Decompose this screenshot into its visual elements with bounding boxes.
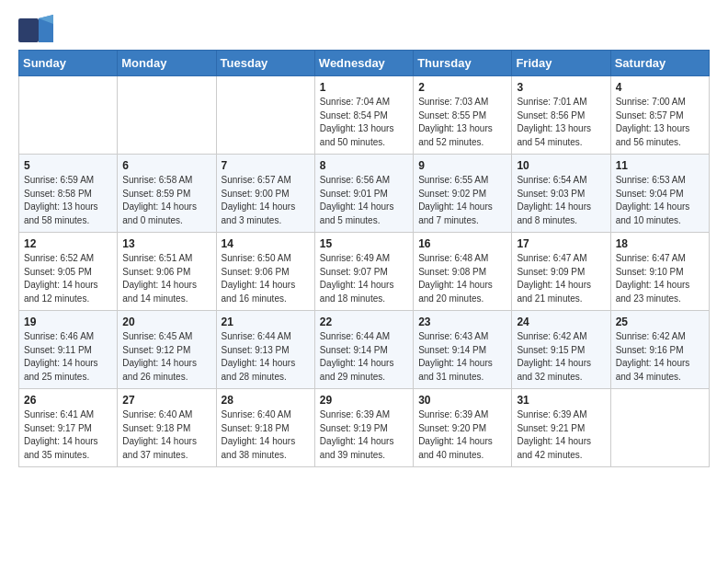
calendar-cell: 21Sunrise: 6:44 AMSunset: 9:13 PMDayligh… — [216, 311, 314, 389]
cell-info: Sunrise: 6:46 AMSunset: 9:11 PMDaylight:… — [24, 330, 112, 384]
calendar-cell: 15Sunrise: 6:49 AMSunset: 9:07 PMDayligh… — [314, 233, 413, 311]
calendar-cell: 17Sunrise: 6:47 AMSunset: 9:09 PMDayligh… — [512, 233, 610, 311]
calendar-cell: 22Sunrise: 6:44 AMSunset: 9:14 PMDayligh… — [314, 311, 413, 389]
calendar-cell — [216, 76, 314, 155]
calendar-cell — [118, 76, 216, 155]
cell-day-number: 8 — [320, 159, 408, 172]
cell-day-number: 17 — [517, 237, 605, 250]
calendar-cell: 2Sunrise: 7:03 AMSunset: 8:55 PMDaylight… — [414, 76, 512, 155]
cell-info: Sunrise: 6:45 AMSunset: 9:12 PMDaylight:… — [122, 330, 210, 384]
cell-day-number: 5 — [24, 159, 112, 172]
cell-day-number: 27 — [122, 394, 210, 407]
cell-day-number: 30 — [418, 394, 506, 407]
cell-day-number: 4 — [616, 81, 704, 94]
cell-info: Sunrise: 6:48 AMSunset: 9:08 PMDaylight:… — [418, 252, 506, 305]
header-saturday: Saturday — [610, 51, 709, 76]
cell-info: Sunrise: 6:57 AMSunset: 9:00 PMDaylight:… — [222, 174, 310, 227]
cell-info: Sunrise: 7:00 AMSunset: 8:57 PMDaylight:… — [616, 96, 704, 149]
cell-day-number: 31 — [517, 394, 605, 407]
calendar-cell: 12Sunrise: 6:52 AMSunset: 9:05 PMDayligh… — [19, 233, 118, 311]
header — [18, 15, 710, 42]
header-monday: Monday — [118, 51, 216, 76]
cell-day-number: 26 — [24, 394, 112, 407]
calendar-cell: 14Sunrise: 6:50 AMSunset: 9:06 PMDayligh… — [216, 233, 314, 311]
cell-info: Sunrise: 6:55 AMSunset: 9:02 PMDaylight:… — [418, 174, 506, 227]
cell-day-number: 14 — [222, 237, 310, 250]
cell-day-number: 6 — [122, 159, 210, 172]
calendar-cell: 27Sunrise: 6:40 AMSunset: 9:18 PMDayligh… — [118, 389, 216, 467]
calendar-cell: 7Sunrise: 6:57 AMSunset: 9:00 PMDaylight… — [216, 155, 314, 233]
logo — [18, 15, 57, 42]
calendar-cell: 20Sunrise: 6:45 AMSunset: 9:12 PMDayligh… — [118, 311, 216, 389]
cell-day-number: 21 — [222, 316, 310, 328]
calendar-cell: 23Sunrise: 6:43 AMSunset: 9:14 PMDayligh… — [414, 311, 512, 389]
cell-info: Sunrise: 6:42 AMSunset: 9:16 PMDaylight:… — [616, 330, 704, 384]
calendar-cell: 19Sunrise: 6:46 AMSunset: 9:11 PMDayligh… — [19, 311, 118, 389]
calendar-cell: 11Sunrise: 6:53 AMSunset: 9:04 PMDayligh… — [610, 155, 709, 233]
header-tuesday: Tuesday — [216, 51, 314, 76]
cell-info: Sunrise: 6:39 AMSunset: 9:21 PMDaylight:… — [517, 408, 605, 462]
header-sunday: Sunday — [19, 51, 118, 76]
calendar-cell: 16Sunrise: 6:48 AMSunset: 9:08 PMDayligh… — [414, 233, 512, 311]
calendar-cell — [610, 389, 709, 467]
cell-day-number: 2 — [418, 81, 506, 94]
calendar-table: Sunday Monday Tuesday Wednesday Thursday… — [18, 50, 710, 467]
cell-day-number: 11 — [616, 159, 704, 172]
cell-info: Sunrise: 6:58 AMSunset: 8:59 PMDaylight:… — [122, 174, 210, 227]
calendar-cell: 5Sunrise: 6:59 AMSunset: 8:58 PMDaylight… — [19, 155, 118, 233]
calendar-cell: 6Sunrise: 6:58 AMSunset: 8:59 PMDaylight… — [118, 155, 216, 233]
header-wednesday: Wednesday — [314, 51, 413, 76]
calendar-cell: 30Sunrise: 6:39 AMSunset: 9:20 PMDayligh… — [414, 389, 512, 467]
cell-day-number: 28 — [222, 394, 310, 407]
cell-day-number: 16 — [418, 237, 506, 250]
cell-day-number: 12 — [24, 237, 112, 250]
calendar-cell: 18Sunrise: 6:47 AMSunset: 9:10 PMDayligh… — [610, 233, 709, 311]
cell-day-number: 20 — [122, 316, 210, 328]
header-thursday: Thursday — [414, 51, 512, 76]
cell-day-number: 25 — [616, 316, 704, 328]
cell-info: Sunrise: 6:41 AMSunset: 9:17 PMDaylight:… — [24, 408, 112, 462]
calendar-week-row: 12Sunrise: 6:52 AMSunset: 9:05 PMDayligh… — [19, 233, 710, 311]
header-friday: Friday — [512, 51, 610, 76]
calendar-week-row: 19Sunrise: 6:46 AMSunset: 9:11 PMDayligh… — [19, 311, 710, 389]
cell-info: Sunrise: 6:42 AMSunset: 9:15 PMDaylight:… — [517, 330, 605, 384]
calendar-cell: 31Sunrise: 6:39 AMSunset: 9:21 PMDayligh… — [512, 389, 610, 467]
cell-info: Sunrise: 6:44 AMSunset: 9:13 PMDaylight:… — [222, 330, 310, 384]
calendar-cell: 9Sunrise: 6:55 AMSunset: 9:02 PMDaylight… — [414, 155, 512, 233]
calendar-cell: 29Sunrise: 6:39 AMSunset: 9:19 PMDayligh… — [314, 389, 413, 467]
calendar-cell: 3Sunrise: 7:01 AMSunset: 8:56 PMDaylight… — [512, 76, 610, 155]
cell-info: Sunrise: 6:59 AMSunset: 8:58 PMDaylight:… — [24, 174, 112, 227]
cell-info: Sunrise: 6:39 AMSunset: 9:20 PMDaylight:… — [418, 408, 506, 462]
svg-rect-0 — [18, 18, 39, 42]
cell-info: Sunrise: 6:51 AMSunset: 9:06 PMDaylight:… — [122, 252, 210, 305]
calendar-cell: 28Sunrise: 6:40 AMSunset: 9:18 PMDayligh… — [216, 389, 314, 467]
cell-day-number: 7 — [222, 159, 310, 172]
cell-info: Sunrise: 7:04 AMSunset: 8:54 PMDaylight:… — [320, 96, 408, 149]
cell-info: Sunrise: 7:03 AMSunset: 8:55 PMDaylight:… — [418, 96, 506, 149]
cell-day-number: 10 — [517, 159, 605, 172]
calendar-cell — [19, 76, 118, 155]
cell-day-number: 24 — [517, 316, 605, 328]
calendar-week-row: 5Sunrise: 6:59 AMSunset: 8:58 PMDaylight… — [19, 155, 710, 233]
calendar-cell: 25Sunrise: 6:42 AMSunset: 9:16 PMDayligh… — [610, 311, 709, 389]
cell-info: Sunrise: 6:40 AMSunset: 9:18 PMDaylight:… — [222, 408, 310, 462]
cell-info: Sunrise: 6:53 AMSunset: 9:04 PMDaylight:… — [616, 174, 704, 227]
cell-day-number: 29 — [320, 394, 408, 407]
calendar-page: Sunday Monday Tuesday Wednesday Thursday… — [0, 0, 728, 563]
calendar-cell: 4Sunrise: 7:00 AMSunset: 8:57 PMDaylight… — [610, 76, 709, 155]
calendar-header-row: Sunday Monday Tuesday Wednesday Thursday… — [19, 51, 710, 76]
calendar-week-row: 26Sunrise: 6:41 AMSunset: 9:17 PMDayligh… — [19, 389, 710, 467]
cell-info: Sunrise: 6:54 AMSunset: 9:03 PMDaylight:… — [517, 174, 605, 227]
cell-day-number: 19 — [24, 316, 112, 328]
cell-info: Sunrise: 7:01 AMSunset: 8:56 PMDaylight:… — [517, 96, 605, 149]
cell-info: Sunrise: 6:44 AMSunset: 9:14 PMDaylight:… — [320, 330, 408, 384]
cell-info: Sunrise: 6:39 AMSunset: 9:19 PMDaylight:… — [320, 408, 408, 462]
calendar-cell: 1Sunrise: 7:04 AMSunset: 8:54 PMDaylight… — [314, 76, 413, 155]
cell-info: Sunrise: 6:47 AMSunset: 9:09 PMDaylight:… — [517, 252, 605, 305]
cell-info: Sunrise: 6:50 AMSunset: 9:06 PMDaylight:… — [222, 252, 310, 305]
cell-day-number: 22 — [320, 316, 408, 328]
cell-info: Sunrise: 6:47 AMSunset: 9:10 PMDaylight:… — [616, 252, 704, 305]
calendar-cell: 10Sunrise: 6:54 AMSunset: 9:03 PMDayligh… — [512, 155, 610, 233]
cell-info: Sunrise: 6:43 AMSunset: 9:14 PMDaylight:… — [418, 330, 506, 384]
cell-info: Sunrise: 6:49 AMSunset: 9:07 PMDaylight:… — [320, 252, 408, 305]
